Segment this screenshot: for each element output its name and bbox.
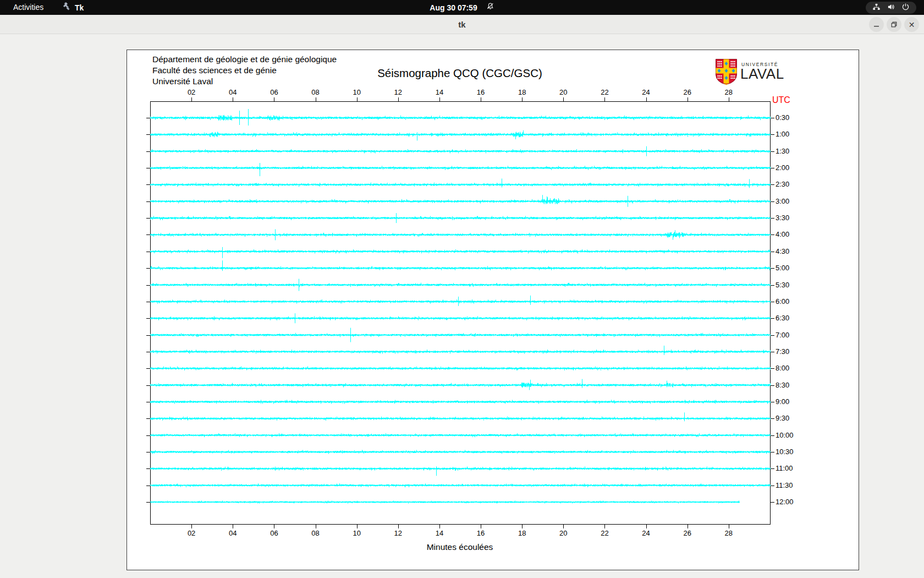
x-tick-bottom xyxy=(563,525,564,528)
window-title-bar[interactable]: tk ✕ xyxy=(0,15,924,34)
universite-laval-logo: UNIVERSITÉ LAVAL xyxy=(715,58,798,86)
row-tick-right xyxy=(771,486,774,486)
institution-line: Département de géologie et de génie géol… xyxy=(152,54,337,65)
x-tick-label-top: 26 xyxy=(683,88,691,96)
row-tick-left xyxy=(146,134,150,135)
seismograph-traces xyxy=(150,101,771,525)
row-time-label: 11:30 xyxy=(776,481,793,489)
row-tick-right xyxy=(771,385,774,386)
minimize-button[interactable] xyxy=(869,17,884,32)
row-tick-right xyxy=(771,435,774,436)
x-tick-bottom xyxy=(439,525,440,528)
system-status-area[interactable] xyxy=(866,2,916,14)
row-time-label: 1:00 xyxy=(776,130,789,138)
x-tick-bottom xyxy=(316,525,316,528)
x-tick-label-top: 18 xyxy=(518,88,526,96)
x-tick-top xyxy=(316,97,316,101)
row-tick-left xyxy=(146,368,150,369)
row-tick-right xyxy=(771,302,774,302)
x-axis-title: Minutes écoulées xyxy=(240,542,680,552)
row-tick-left xyxy=(146,402,150,402)
row-tick-right xyxy=(771,218,774,219)
row-tick-right xyxy=(771,252,774,252)
row-tick-left xyxy=(146,252,150,252)
x-tick-label-bottom: 12 xyxy=(394,529,402,537)
row-time-label: 12:00 xyxy=(776,498,794,506)
x-tick-top xyxy=(357,97,358,101)
row-tick-left xyxy=(146,184,150,185)
row-time-label: 9:00 xyxy=(776,397,789,406)
x-tick-label-bottom: 18 xyxy=(518,529,526,537)
x-tick-label-top: 08 xyxy=(311,88,319,96)
x-tick-top xyxy=(604,97,605,101)
row-tick-right xyxy=(771,468,774,469)
x-tick-bottom xyxy=(398,525,399,528)
bell-muted-icon xyxy=(486,2,494,13)
row-time-label: 2:00 xyxy=(776,163,789,172)
activities-button[interactable]: Activities xyxy=(13,0,43,15)
row-time-label: 1:30 xyxy=(776,147,789,155)
row-tick-right xyxy=(771,335,774,336)
row-time-label: 11:00 xyxy=(776,464,793,472)
chart-title: Séismographe QCQ (CGC/GSC) xyxy=(240,67,680,80)
x-tick-label-bottom: 20 xyxy=(559,529,567,537)
power-icon xyxy=(901,3,910,13)
row-tick-left xyxy=(146,218,150,219)
app-name-label: Tk xyxy=(75,3,84,12)
row-time-label: 5:30 xyxy=(776,281,789,289)
x-tick-top xyxy=(522,97,522,101)
x-tick-label-bottom: 04 xyxy=(229,529,237,537)
row-tick-left xyxy=(146,452,150,452)
x-tick-bottom xyxy=(604,525,605,528)
clock-area[interactable]: Aug 30 07:59 xyxy=(0,0,924,15)
x-tick-bottom xyxy=(233,525,233,528)
row-time-label: 7:30 xyxy=(776,347,789,356)
row-time-label: 3:00 xyxy=(776,197,789,205)
x-tick-label-bottom: 22 xyxy=(601,529,608,537)
x-tick-label-top: 12 xyxy=(394,88,402,96)
row-time-label: 4:00 xyxy=(776,230,789,238)
row-time-label: 10:00 xyxy=(776,431,794,439)
focused-app-indicator[interactable]: Tk xyxy=(62,0,84,15)
x-tick-label-top: 04 xyxy=(229,88,237,96)
row-time-label: 6:30 xyxy=(776,314,789,322)
x-tick-label-top: 22 xyxy=(601,88,608,96)
row-tick-right xyxy=(771,368,774,369)
x-tick-bottom xyxy=(481,525,481,528)
row-tick-left xyxy=(146,468,150,469)
x-tick-bottom xyxy=(729,525,729,528)
x-tick-label-top: 14 xyxy=(436,88,443,96)
row-tick-left xyxy=(146,118,150,118)
row-tick-left xyxy=(146,385,150,386)
row-tick-right xyxy=(771,418,774,419)
x-tick-top xyxy=(729,97,729,101)
x-tick-label-bottom: 02 xyxy=(188,529,195,537)
row-time-label: 5:00 xyxy=(776,264,789,272)
x-tick-top xyxy=(481,97,481,101)
row-tick-right xyxy=(771,452,774,452)
x-tick-top xyxy=(688,97,688,101)
row-tick-left xyxy=(146,486,150,486)
x-tick-top xyxy=(439,97,440,101)
row-time-label: 4:30 xyxy=(776,247,789,255)
row-time-label: 0:30 xyxy=(776,113,789,122)
maximize-button[interactable] xyxy=(887,17,901,32)
x-tick-top xyxy=(233,97,233,101)
x-tick-bottom xyxy=(688,525,688,528)
row-tick-right xyxy=(771,168,774,168)
row-time-label: 7:00 xyxy=(776,331,789,339)
row-tick-right xyxy=(771,201,774,202)
x-tick-label-top: 20 xyxy=(559,88,567,96)
x-tick-label-bottom: 10 xyxy=(353,529,360,537)
row-time-label: 8:00 xyxy=(776,364,789,372)
row-time-label: 8:30 xyxy=(776,381,789,389)
row-tick-left xyxy=(146,435,150,436)
x-tick-label-bottom: 06 xyxy=(270,529,278,537)
close-button[interactable]: ✕ xyxy=(904,17,919,32)
row-tick-left xyxy=(146,502,150,503)
row-time-label: 10:30 xyxy=(776,448,794,456)
row-tick-left xyxy=(146,151,150,152)
x-tick-label-bottom: 26 xyxy=(683,529,691,537)
x-tick-label-bottom: 08 xyxy=(311,529,319,537)
row-time-label: 6:00 xyxy=(776,297,789,306)
